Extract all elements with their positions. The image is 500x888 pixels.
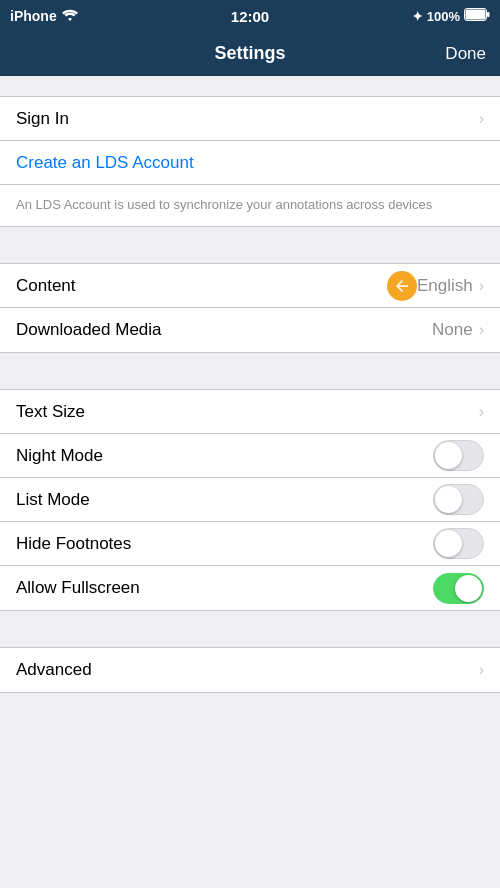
content-section: Content English › Downloaded Media None … — [0, 263, 500, 353]
hide-footnotes-row: Hide Footnotes — [0, 522, 500, 566]
section-gap-3 — [0, 611, 500, 647]
top-spacer — [0, 76, 500, 96]
advanced-chevron: › — [479, 661, 484, 679]
status-left: iPhone — [10, 8, 78, 24]
text-size-row[interactable]: Text Size › — [0, 390, 500, 434]
svg-rect-1 — [487, 12, 490, 17]
battery-icon — [464, 8, 490, 24]
advanced-label: Advanced — [16, 660, 479, 680]
advanced-row[interactable]: Advanced › — [0, 648, 500, 692]
text-size-label: Text Size — [16, 402, 479, 422]
status-time: 12:00 — [231, 8, 269, 25]
device-name: iPhone — [10, 8, 57, 24]
bluetooth-icon: ✦ — [412, 9, 423, 24]
account-description: An LDS Account is used to synchronize yo… — [16, 197, 432, 212]
night-mode-toggle[interactable] — [433, 440, 484, 471]
content-label: Content — [16, 276, 379, 296]
sign-in-label: Sign In — [16, 109, 479, 129]
list-mode-toggle[interactable] — [433, 484, 484, 515]
sign-in-chevron: › — [479, 110, 484, 128]
list-mode-row: List Mode — [0, 478, 500, 522]
night-mode-thumb — [435, 442, 462, 469]
content-icon — [387, 271, 417, 301]
content-chevron: › — [479, 277, 484, 295]
status-bar: iPhone 12:00 ✦ 100% — [0, 0, 500, 32]
svg-rect-2 — [466, 10, 486, 20]
downloaded-media-row[interactable]: Downloaded Media None › — [0, 308, 500, 352]
hide-footnotes-thumb — [435, 530, 462, 557]
downloaded-media-value: None — [432, 320, 473, 340]
night-mode-label: Night Mode — [16, 446, 433, 466]
allow-fullscreen-label: Allow Fullscreen — [16, 578, 433, 598]
allow-fullscreen-toggle[interactable] — [433, 573, 484, 604]
downloaded-media-chevron: › — [479, 321, 484, 339]
status-right: ✦ 100% — [412, 8, 490, 24]
sign-in-row[interactable]: Sign In › — [0, 97, 500, 141]
downloaded-media-label: Downloaded Media — [16, 320, 432, 340]
night-mode-row: Night Mode — [0, 434, 500, 478]
content-value: English — [417, 276, 473, 296]
text-size-chevron: › — [479, 403, 484, 421]
section-gap-1 — [0, 227, 500, 263]
display-section: Text Size › Night Mode List Mode Hide Fo… — [0, 389, 500, 611]
allow-fullscreen-thumb — [455, 575, 482, 602]
account-section: Sign In › Create an LDS Account An LDS A… — [0, 96, 500, 227]
advanced-section: Advanced › — [0, 647, 500, 693]
list-mode-label: List Mode — [16, 490, 433, 510]
section-gap-2 — [0, 353, 500, 389]
page-title: Settings — [214, 43, 285, 64]
allow-fullscreen-row: Allow Fullscreen — [0, 566, 500, 610]
done-button[interactable]: Done — [445, 44, 486, 64]
nav-bar: Settings Done — [0, 32, 500, 76]
create-account-label: Create an LDS Account — [16, 153, 484, 173]
content-row[interactable]: Content English › — [0, 264, 500, 308]
hide-footnotes-label: Hide Footnotes — [16, 534, 433, 554]
account-description-row: An LDS Account is used to synchronize yo… — [0, 185, 500, 226]
hide-footnotes-toggle[interactable] — [433, 528, 484, 559]
create-account-row[interactable]: Create an LDS Account — [0, 141, 500, 185]
wifi-icon — [62, 8, 78, 24]
battery-percentage: 100% — [427, 9, 460, 24]
list-mode-thumb — [435, 486, 462, 513]
